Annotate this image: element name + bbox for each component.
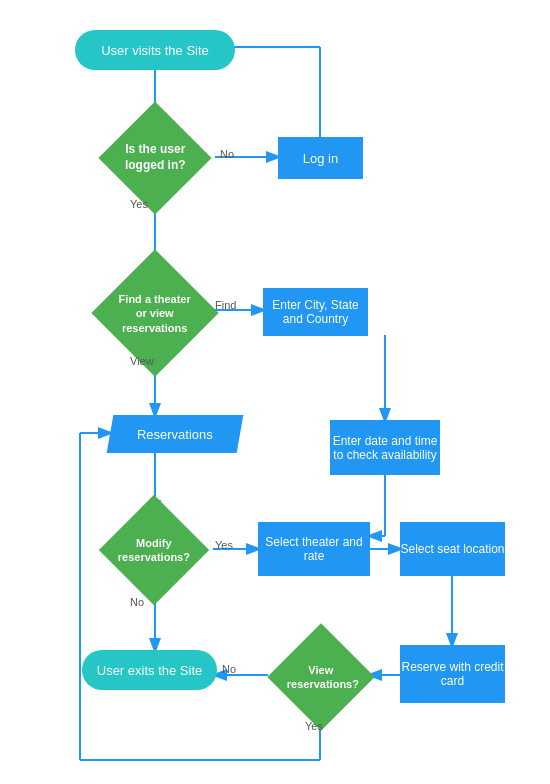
label-no-logged-in: No xyxy=(220,148,234,160)
select-theater-node: Select theater and rate xyxy=(258,522,370,576)
enter-date-node: Enter date and time to check availabilit… xyxy=(330,420,440,475)
label-find: Find xyxy=(215,299,236,311)
label-yes-logged-in: Yes xyxy=(130,198,148,210)
label-yes-view: Yes xyxy=(305,720,323,732)
reserve-credit-node: Reserve with credit card xyxy=(400,645,505,703)
find-or-view-diamond: Find a theater or view reservations xyxy=(83,268,226,358)
view-reservations-diamond: View reservations? xyxy=(265,638,377,716)
reservations-node: Reservations xyxy=(107,415,244,453)
label-no-modify: No xyxy=(130,596,144,608)
user-exits-node: User exits the Site xyxy=(82,650,217,690)
flowchart: User visits the Site Is the user logged … xyxy=(0,0,550,784)
modify-diamond: Modify reservations? xyxy=(93,510,215,590)
log-in-node: Log in xyxy=(278,137,363,179)
enter-city-node: Enter City, State and Country xyxy=(263,288,368,336)
label-view: View xyxy=(130,355,154,367)
select-seat-node: Select seat location xyxy=(400,522,505,576)
label-no-view: No xyxy=(222,663,236,675)
logged-in-diamond: Is the user logged in? xyxy=(90,118,220,198)
label-yes-modify: Yes xyxy=(215,539,233,551)
user-visits-node: User visits the Site xyxy=(75,30,235,70)
